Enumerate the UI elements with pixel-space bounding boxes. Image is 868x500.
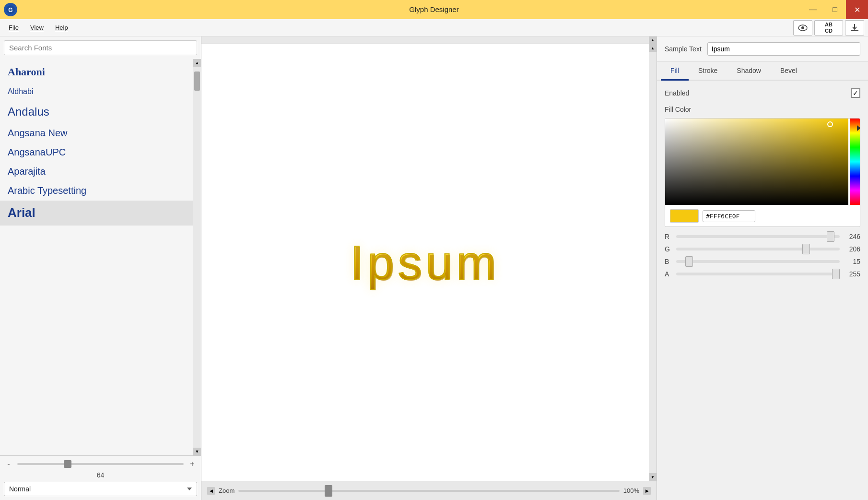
scroll-down-arrow[interactable]: ▼ [193,448,201,455]
main-layout: Aharoni Aldhabi Andalus Angsana New Angs… [0,36,868,500]
color-gradient[interactable] [665,119,860,205]
zoom-label: Zoom [219,487,235,494]
canvas-sample-text: Ipsum [350,235,500,290]
tab-shadow[interactable]: Shadow [727,62,771,81]
tab-fill[interactable]: Fill [661,62,689,81]
scroll-thumb[interactable] [194,71,200,91]
hex-input[interactable] [703,210,755,222]
svg-point-3 [801,26,804,29]
toolbar-buttons: ABCD [793,20,864,36]
canvas-content: Ipsum [201,44,649,481]
tab-bevel[interactable]: Bevel [771,62,807,81]
tabs-row: Fill Stroke Shadow Bevel [657,62,868,81]
font-item-aharoni[interactable]: Aharoni [0,61,193,83]
right-panel: Sample Text Fill Stroke Shadow Bevel Ena… [657,36,868,500]
color-swatch[interactable] [670,209,699,223]
color-cursor [827,121,833,127]
canvas-scroll-right[interactable]: ▶ [643,487,651,495]
b-row: B 15 [665,258,860,265]
a-value: 255 [844,270,860,278]
canvas-vertical-scrollbar[interactable]: ▲ ▼ [649,44,657,481]
zoom-value: 100% [623,487,639,494]
font-item-angsanaupc[interactable]: AngsanaUPC [0,143,193,162]
menu-help[interactable]: Help [50,22,73,33]
preview-button[interactable] [793,20,812,36]
canvas-area: ▲ Ipsum ▲ ▼ ◀ Zoom 100% ▶ [201,36,657,500]
enabled-row: Enabled ✓ [665,88,860,98]
canvas-with-scrollbar: Ipsum ▲ ▼ [201,44,657,481]
size-minus-button[interactable]: - [4,460,13,468]
left-panel: Aharoni Aldhabi Andalus Angsana New Angs… [0,36,201,500]
menu-items: File View Help [4,22,73,33]
color-picker[interactable] [665,118,860,227]
zoom-slider[interactable] [238,490,620,492]
svg-rect-4 [851,30,858,31]
style-select[interactable]: Normal Bold Italic Bold Italic [4,482,197,496]
svg-text:G: G [8,7,12,13]
titlebar: G Glyph Designer — □ ✕ [0,0,868,19]
enabled-checkbox[interactable]: ✓ [851,88,860,98]
font-list-scrollbar[interactable]: ▲ ▼ [193,59,201,455]
font-item-angsana-new[interactable]: Angsana New [0,124,193,143]
fill-color-label: Fill Color [665,106,860,113]
g-row: G 206 [665,245,860,253]
ab-cd-label: ABCD [825,22,833,33]
fill-panel: Enabled ✓ Fill Color [657,81,868,500]
size-value: 64 [4,471,197,479]
minimize-button[interactable]: — [802,0,824,19]
app-title: Glyph Designer [409,5,458,13]
font-item-aparajita[interactable]: Aparajita [0,162,193,181]
ab-cd-button[interactable]: ABCD [814,20,843,36]
b-label: B [665,258,672,265]
sample-text-row: Sample Text [657,36,868,62]
canvas-main: Ipsum [201,44,649,481]
r-label: R [665,233,672,240]
canvas-scroll-up[interactable]: ▲ [649,44,657,52]
maximize-button[interactable]: □ [824,0,846,19]
g-value: 206 [844,245,860,253]
g-slider[interactable] [676,248,840,250]
hue-cursor [857,125,860,131]
font-list-container: Aharoni Aldhabi Andalus Angsana New Angs… [0,59,201,455]
font-item-arabic-typesetting[interactable]: Arabic Typesetting [0,181,193,201]
color-gradient-main[interactable] [665,119,848,205]
scroll-thumb-area [193,67,201,448]
close-button[interactable]: ✕ [846,0,868,19]
canvas-scroll-track [649,52,657,473]
font-item-arial[interactable]: Arial [0,201,193,226]
menu-view[interactable]: View [25,22,48,33]
b-value: 15 [844,258,860,265]
b-slider[interactable] [676,260,840,263]
scroll-top-arrow[interactable]: ▲ [649,36,657,44]
tab-stroke[interactable]: Stroke [689,62,727,81]
r-slider[interactable] [676,235,840,238]
color-hue-bar[interactable] [850,119,860,205]
canvas-bottom-bar: ◀ Zoom 100% ▶ [201,481,657,500]
a-slider[interactable] [676,273,840,275]
export-button[interactable] [845,20,864,36]
size-plus-button[interactable]: + [188,460,197,468]
color-bottom-bar [665,205,860,226]
window-controls: — □ ✕ [802,0,868,19]
app-icon: G [4,3,17,16]
canvas-scroll-down[interactable]: ▼ [649,473,657,481]
scroll-up-arrow[interactable]: ▲ [193,59,201,67]
a-label: A [665,270,672,278]
size-slider[interactable] [17,463,184,465]
r-row: R 246 [665,233,860,240]
sample-text-label: Sample Text [665,45,702,53]
canvas-scroll-top: ▲ [201,36,657,44]
font-item-andalus[interactable]: Andalus [0,100,193,124]
rgba-section: R 246 G 206 B 15 A 255 [665,233,860,286]
export-icon [850,23,859,33]
size-slider-row: - + [4,460,197,468]
search-input[interactable] [4,40,197,55]
enabled-label: Enabled [665,89,689,97]
font-item-aldhabi[interactable]: Aldhabi [0,83,193,100]
canvas-scroll-left[interactable]: ◀ [207,487,215,495]
g-label: G [665,245,672,253]
sample-text-input[interactable] [707,42,860,56]
menu-file[interactable]: File [4,22,23,33]
menubar: File View Help ABCD [0,19,868,36]
a-row: A 255 [665,270,860,278]
